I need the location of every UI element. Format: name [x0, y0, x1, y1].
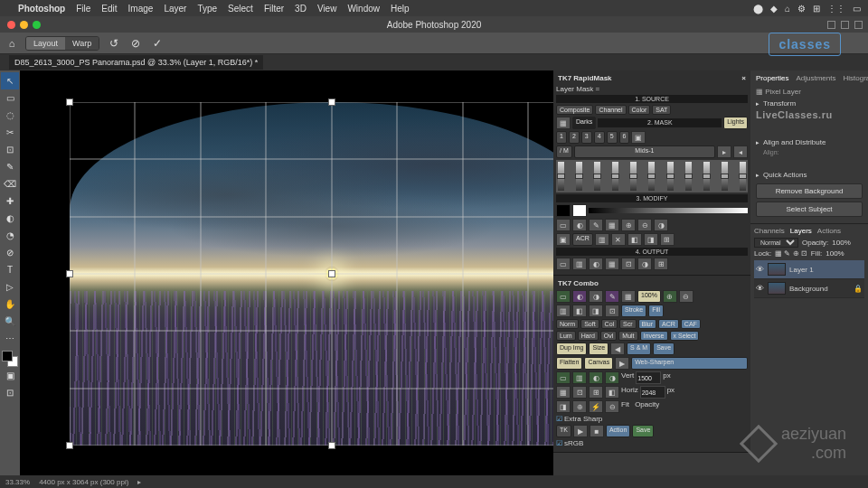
zone-sliders[interactable]	[556, 160, 748, 192]
transform-handle-tc[interactable]	[328, 99, 335, 106]
frame-btn[interactable]	[854, 21, 863, 29]
status-icon[interactable]: ⌂	[785, 4, 790, 14]
play-icon[interactable]: ▶	[573, 425, 588, 437]
combo-icon[interactable]: ▦	[621, 290, 636, 303]
battery-icon[interactable]: ▭	[853, 4, 861, 14]
select-subject-button[interactable]: Select Subject	[756, 202, 863, 217]
dodge-tool[interactable]: ⊘	[1, 244, 19, 261]
hundred-pct[interactable]: 100%	[637, 290, 661, 303]
reset-icon[interactable]: ↺	[107, 36, 121, 51]
menu-filter[interactable]: Filter	[264, 4, 284, 14]
ovl-btn[interactable]: Ovl	[600, 331, 618, 341]
canvas-area[interactable]	[20, 70, 553, 475]
channel-tab[interactable]: Channel	[595, 105, 626, 115]
scale-5[interactable]: 5	[607, 131, 618, 144]
acr-button[interactable]: ACR	[572, 233, 593, 246]
rm-toggle-icon[interactable]: ▣	[631, 131, 646, 144]
combo-icon[interactable]: ◧	[572, 305, 587, 317]
zoom-tool[interactable]: 🔍	[1, 313, 19, 330]
combo-icon[interactable]: ⊕	[663, 290, 677, 303]
visibility-icon[interactable]: 👁	[756, 284, 764, 293]
mod-icon[interactable]: ▣	[556, 233, 571, 246]
lasso-tool[interactable]: ◌	[1, 107, 19, 124]
mod-icon[interactable]: ⊕	[621, 219, 636, 231]
scr-btn[interactable]: Scr	[619, 319, 637, 329]
lum-btn[interactable]: Lum	[556, 331, 576, 341]
scale-2[interactable]: 2	[569, 131, 580, 144]
close-button[interactable]	[7, 21, 15, 29]
brush-tool[interactable]: ✚	[1, 192, 19, 210]
combo-icon[interactable]: ✎	[605, 290, 619, 303]
lock-icons[interactable]: ▦ ✎ ⊕ ⊡	[775, 249, 807, 258]
acr-btn[interactable]: ACR	[658, 319, 679, 329]
gradient-slider[interactable]	[589, 208, 748, 213]
expand-icon[interactable]: ▸	[717, 145, 731, 158]
scale-3[interactable]: 3	[581, 131, 592, 144]
move-tool[interactable]: ↖	[1, 72, 19, 89]
eyedropper-tool[interactable]: ✎	[1, 158, 19, 175]
app-name[interactable]: Photoshop	[18, 4, 65, 14]
sm-btn[interactable]: S & M	[627, 343, 651, 355]
inverse-btn[interactable]: Inverse	[640, 331, 668, 341]
menu-layer[interactable]: Layer	[164, 4, 186, 14]
screenmode-toggle[interactable]: ⊡	[1, 384, 19, 401]
commit-icon[interactable]: ✓	[150, 36, 165, 51]
out-icon[interactable]: ◐	[589, 258, 603, 270]
color-swatches[interactable]	[2, 351, 18, 367]
size-btn[interactable]: Size	[589, 343, 609, 355]
minimize-button[interactable]	[20, 21, 28, 29]
layer-name[interactable]: Background	[789, 285, 828, 293]
out-icon[interactable]: ▥	[572, 258, 587, 270]
menu-view[interactable]: View	[317, 4, 337, 14]
mod-icon[interactable]: ◧	[627, 233, 642, 246]
adjustments-tab[interactable]: Adjustments	[796, 74, 835, 82]
crop-tool[interactable]: ✂	[1, 124, 19, 141]
menu-type[interactable]: Type	[197, 4, 217, 14]
transform-section[interactable]: Transform	[756, 98, 863, 109]
layer-thumbnail[interactable]	[768, 282, 786, 295]
white-swatch[interactable]	[572, 204, 587, 217]
wifi-icon[interactable]: ⋮⋮	[827, 4, 845, 14]
c-icon[interactable]: ⊖	[605, 400, 619, 413]
fill-button[interactable]: Fill	[648, 305, 664, 317]
status-icon[interactable]: ◆	[770, 4, 778, 14]
warp-mode-button[interactable]: Warp	[65, 37, 99, 50]
menu-help[interactable]: Help	[391, 4, 410, 14]
transform-handle-bl[interactable]	[66, 442, 73, 449]
align-section[interactable]: Align and Distribute	[756, 136, 863, 148]
combo-icon[interactable]: ◨	[589, 305, 603, 317]
out-icon[interactable]: ▭	[556, 258, 571, 270]
out-icon[interactable]: ◑	[637, 258, 652, 270]
mod-icon[interactable]: ▭	[556, 219, 571, 231]
stop-icon[interactable]: ■	[590, 425, 604, 437]
c-icon[interactable]: ⚡	[589, 400, 603, 413]
layers-tab[interactable]: Layers	[790, 227, 812, 235]
c-icon[interactable]: ⊞	[589, 386, 603, 399]
properties-tab[interactable]: Properties	[756, 74, 788, 82]
layer-row[interactable]: 👁 Layer 1	[754, 260, 864, 279]
mod-icon[interactable]: ◐	[572, 219, 587, 231]
transform-handle-tl[interactable]	[66, 99, 73, 106]
srgb-check[interactable]: ☑	[556, 439, 562, 447]
document-tab[interactable]: D85_2613_3000_PS Panorama.psd @ 33.3% (L…	[9, 55, 263, 70]
composite-tab[interactable]: Composite	[556, 105, 593, 115]
caf-btn[interactable]: CAF	[681, 319, 701, 329]
blur-btn[interactable]: Blur	[638, 319, 656, 329]
gradient-tool[interactable]: ◔	[1, 227, 19, 244]
home-icon[interactable]: ⌂	[5, 37, 18, 50]
scale-1[interactable]: 1	[556, 131, 567, 144]
chevron-right-icon[interactable]: ▸	[137, 478, 141, 486]
horiz-input[interactable]	[640, 386, 665, 399]
step-icon[interactable]: ▶	[615, 357, 629, 370]
menu-edit[interactable]: Edit	[101, 4, 117, 14]
marquee-tool[interactable]: ▭	[1, 89, 19, 107]
layer-thumbnail[interactable]	[768, 263, 786, 276]
darks-label[interactable]: Darks	[572, 117, 596, 129]
quickactions-section[interactable]: Quick Actions	[756, 169, 863, 181]
stroke-button[interactable]: Stroke	[621, 305, 646, 317]
layout-mode-button[interactable]: Layout	[26, 37, 65, 50]
menu-file[interactable]: File	[76, 4, 90, 14]
transform-handle-ml[interactable]	[66, 270, 73, 277]
mod-icon[interactable]: ▦	[605, 219, 619, 231]
mids-button[interactable]: Mids-1	[574, 145, 715, 158]
